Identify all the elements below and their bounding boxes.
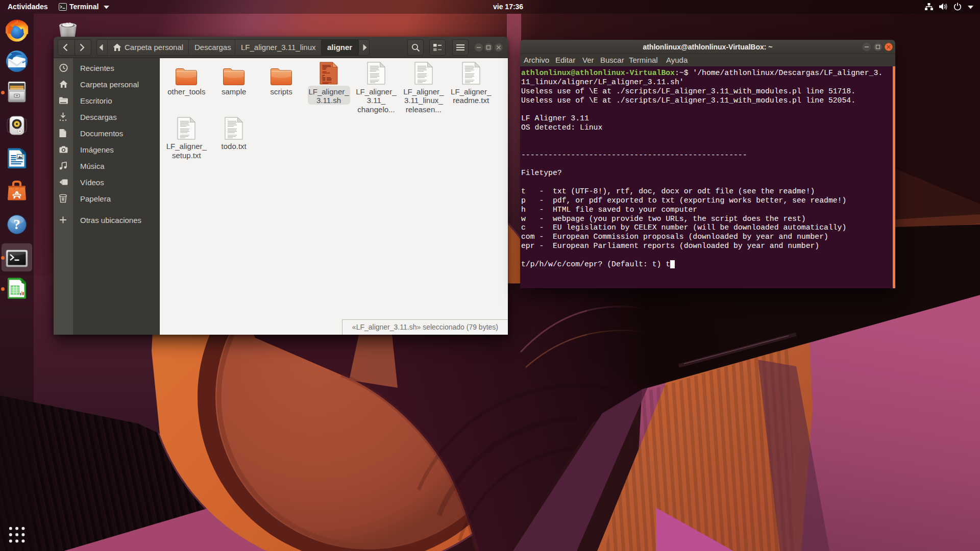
svg-text:?: ? [13,217,20,232]
